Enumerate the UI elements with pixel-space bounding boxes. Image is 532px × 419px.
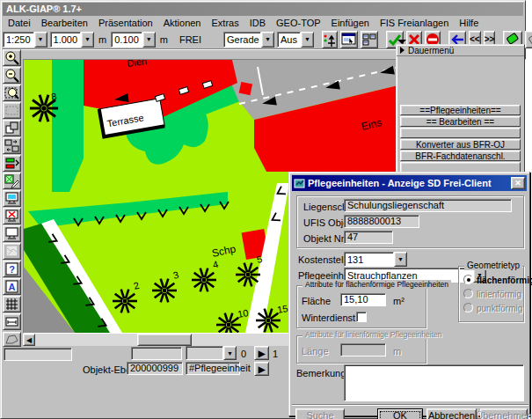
app-title: ALK-GIAP® 1.7+ xyxy=(6,4,82,14)
radio-linienfoermig[interactable] xyxy=(463,289,473,298)
step-right-icon[interactable]: ▶ xyxy=(254,362,269,376)
radio-flaechenfoermig[interactable] xyxy=(463,275,473,284)
text-annotation-icon[interactable]: A xyxy=(3,278,21,295)
menu-hilfe[interactable]: Hilfe xyxy=(454,17,484,29)
flaechen-group-title: Attribute für flächenförmige Pflegeeinhe… xyxy=(302,280,451,289)
snap-point-icon[interactable] xyxy=(322,31,338,48)
svg-text:?: ? xyxy=(9,264,15,275)
raster-map-icon[interactable] xyxy=(3,243,21,260)
kostenstelle-value: 131 xyxy=(344,252,394,267)
app-titlebar[interactable]: ALK-GIAP® 1.7+ xyxy=(3,3,523,16)
abbrechen-button[interactable]: Abbrechen xyxy=(426,408,477,419)
dialog-titlebar[interactable]: Pflegeeinheiten - Anzeige SD Frei-Client… xyxy=(292,175,527,191)
button-separator xyxy=(292,404,528,406)
select-dialog-icon[interactable] xyxy=(340,31,358,48)
bfr-fachdaten-button[interactable]: BFR-Fachdatenanschl. xyxy=(400,151,521,161)
menu-bearbeiten[interactable]: Bearbeiten xyxy=(36,17,93,29)
status-combo-value xyxy=(186,346,223,360)
pan-windows-icon[interactable] xyxy=(3,120,21,136)
chevron-down-icon[interactable]: ▼ xyxy=(34,32,47,48)
screen-show-icon[interactable] xyxy=(3,225,21,242)
dauermenu-titlebar[interactable]: Dauermenü xyxy=(397,45,524,56)
objekt-ebene-value: 200000999 xyxy=(127,362,183,375)
konverter-button[interactable]: Konverter aus BFR-OJ xyxy=(400,139,521,150)
status-count: 0 xyxy=(241,349,246,359)
geometrietyp-title: Geometrietyp xyxy=(464,261,522,270)
redraw-icon[interactable] xyxy=(3,137,21,154)
grid1-value: 1.000 xyxy=(50,32,82,48)
ok-button[interactable]: OK xyxy=(377,408,423,419)
radio-punktfoermig[interactable] xyxy=(463,303,473,312)
empty-button-1[interactable] xyxy=(400,128,521,138)
svg-text:10: 10 xyxy=(237,307,249,320)
dauermenu-title: Dauermenü xyxy=(408,46,454,55)
select-rectangle-icon[interactable] xyxy=(3,102,21,119)
suche-button[interactable]: Suche xyxy=(295,408,345,419)
close-icon[interactable]: ✕ xyxy=(511,177,525,189)
snap-value: Aus xyxy=(277,32,301,48)
menu-einfuegen[interactable]: Einfügen xyxy=(326,17,375,29)
svg-text:15: 15 xyxy=(276,303,288,315)
objekt-nr-label: Objekt Nr. xyxy=(303,233,346,244)
step-right-icon[interactable]: ▶ xyxy=(254,346,269,360)
menu-idb[interactable]: IDB xyxy=(244,17,271,29)
linetype-combo[interactable]: Gerade ▼ xyxy=(223,32,274,48)
status-field-empty xyxy=(131,347,182,360)
menu-fis-freianlagen[interactable]: FIS Freianlagen xyxy=(375,17,454,29)
menu-datei[interactable]: Datei xyxy=(3,17,36,29)
zoom-window-icon[interactable] xyxy=(3,85,21,101)
kostenstelle-combo[interactable]: 131 ▼ xyxy=(344,252,407,267)
linien-group-title: Attribute für linienförmige Pflegeeinhei… xyxy=(302,330,444,339)
polygon-select-icon[interactable] xyxy=(3,332,21,347)
grid1-combo[interactable]: 1.000 ▼ xyxy=(50,32,95,48)
winterdienst-checkbox[interactable] xyxy=(356,312,367,322)
menubar: Datei Bearbeiten Präsentation Aktionen E… xyxy=(3,16,523,30)
bearbeiten-button[interactable]: == Bearbeiten == xyxy=(400,116,521,127)
grid2-combo[interactable]: 0.100 ▼ xyxy=(111,32,156,48)
edit-area-icon[interactable] xyxy=(3,173,21,189)
uebernehmen-button[interactable]: Übernehmen xyxy=(480,408,528,419)
screen-save-icon[interactable] xyxy=(3,190,21,207)
bemerkungen-textarea[interactable] xyxy=(344,364,524,401)
flaeche-input[interactable]: 15,10 xyxy=(340,293,386,306)
grid2-unit: m xyxy=(158,34,170,45)
screen-delete-icon[interactable] xyxy=(3,208,21,224)
panel-grip-icon[interactable] xyxy=(397,40,406,44)
panel-layout-icon[interactable] xyxy=(361,31,378,48)
move-symbol-icon[interactable] xyxy=(3,155,21,172)
scrollbar-thumb[interactable] xyxy=(137,334,192,346)
play-icon xyxy=(399,47,405,54)
chevron-down-icon[interactable]: ▼ xyxy=(301,32,314,48)
diamond-outline-icon[interactable] xyxy=(525,31,532,48)
screenshot-root: ALK-GIAP® 1.7+ Datei Bearbeiten Präsenta… xyxy=(0,0,532,419)
dimension-icon[interactable] xyxy=(3,313,21,330)
scale-value: 1:250 xyxy=(3,32,34,48)
laenge-label: Länge xyxy=(302,346,329,357)
identify-icon[interactable]: ? xyxy=(3,261,21,277)
scroll-left-icon[interactable]: ◀ xyxy=(23,334,35,346)
status-combo[interactable]: ▼ xyxy=(186,346,237,360)
menu-praesentation[interactable]: Präsentation xyxy=(93,17,158,29)
scale-combo[interactable]: 1:250 ▼ xyxy=(3,32,47,48)
chevron-down-icon[interactable]: ▼ xyxy=(223,346,237,360)
chevron-down-icon[interactable]: ▼ xyxy=(81,32,94,48)
grid1-unit: m xyxy=(97,34,108,45)
chevron-down-icon[interactable]: ▼ xyxy=(261,32,274,48)
grid2-value: 0.100 xyxy=(111,32,142,48)
menu-geotop[interactable]: GEO-TOP xyxy=(271,17,326,29)
pflegeeinheiten-button[interactable]: ==Pflegeeinheiten== xyxy=(400,105,521,115)
menu-extras[interactable]: Extras xyxy=(206,17,244,29)
chevron-down-icon[interactable]: ▼ xyxy=(142,32,156,48)
flaeche-label: Fläche xyxy=(302,296,331,306)
status-page: 1 xyxy=(273,349,278,359)
snap-combo[interactable]: Aus ▼ xyxy=(277,32,314,48)
grid-icon[interactable] xyxy=(3,296,21,312)
laenge-input xyxy=(340,343,386,357)
liegenschaft-field: Schulungsliegenschaft xyxy=(344,199,512,212)
laenge-unit: m xyxy=(393,346,401,357)
zoom-in-icon[interactable] xyxy=(3,49,21,66)
chevron-down-icon[interactable]: ▼ xyxy=(394,252,407,267)
menu-aktionen[interactable]: Aktionen xyxy=(158,17,207,29)
zoom-out-icon[interactable] xyxy=(3,67,21,84)
dialog-icon xyxy=(294,178,305,189)
